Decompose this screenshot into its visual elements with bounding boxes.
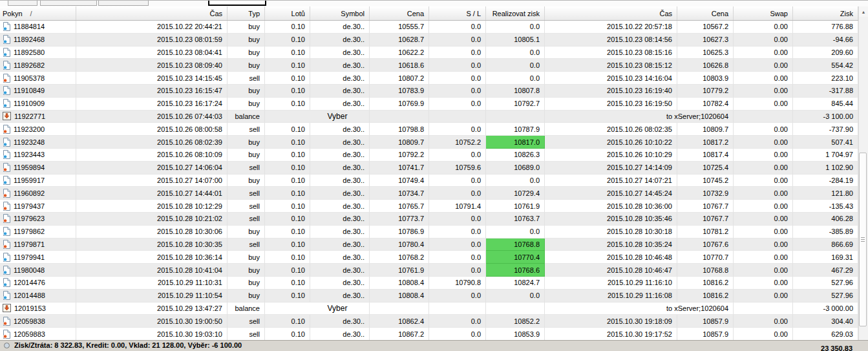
trade-row[interactable]: 119108492015.10.23 16:15:47buy0.10de.30.… [0, 85, 858, 98]
cell-empty [370, 111, 429, 123]
cell-close_price: 10816.2 [677, 277, 734, 290]
scrollbar-thumb[interactable] [859, 153, 867, 326]
trade-row[interactable]: 118848142015.10.22 20:44:21buy0.10de.30.… [0, 21, 858, 34]
trade-row[interactable]: 118924682015.10.23 08:01:59buy0.10de.30.… [0, 34, 858, 47]
trade-row[interactable]: 119232002015.10.26 08:00:58sell0.10de.30… [0, 123, 858, 136]
trade-row[interactable]: 118925802015.10.23 08:04:41buy0.10de.30.… [0, 47, 858, 59]
trade-row[interactable]: 119800482015.10.28 10:41:04buy0.10de.30.… [0, 264, 858, 277]
trade-row[interactable]: 119799412015.10.28 10:36:14buy0.10de.30.… [0, 251, 858, 264]
column-header-tp[interactable]: Realizovat zisk [486, 6, 545, 20]
cell-sl: 0.0 [429, 21, 486, 34]
trade-row[interactable]: 119234432015.10.26 08:10:09buy0.10de.30.… [0, 149, 858, 162]
trade-row[interactable]: 119599172015.10.27 14:07:00buy0.10de.30.… [0, 175, 858, 187]
column-header-label: Čas [209, 10, 222, 17]
trade-row[interactable]: 119109092015.10.23 16:17:24buy0.10de.30.… [0, 98, 858, 111]
balance-row[interactable]: 119227712015.10.26 07:44:03balanceVybert… [0, 111, 858, 123]
cell-type_label: buy [228, 226, 265, 239]
scroll-up-button[interactable]: ▲ [859, 6, 868, 17]
cell-profit: 629.03 [793, 328, 858, 341]
cell-lots: 0.10 [265, 315, 310, 328]
cell-swap: 0.00 [734, 290, 793, 303]
order-number: 11905378 [14, 74, 45, 82]
cell-swap: 0.00 [734, 328, 793, 341]
cell-sl: 10791.4 [429, 200, 486, 213]
trade-row[interactable]: 119608922015.10.27 14:44:01sell0.10de.30… [0, 187, 858, 200]
order-number: 11923443 [14, 151, 45, 158]
cell-symbol: de.30.. [310, 226, 370, 239]
cell-symbol: de.30.. [310, 175, 370, 187]
balance-row[interactable]: 120191532015.10.29 13:47:27balanceVybert… [0, 303, 858, 315]
trade-row[interactable]: 120598832015.10.30 19:03:10sell0.10de.30… [0, 328, 858, 341]
cell-lots: 0.10 [265, 136, 310, 149]
doc-buy-icon [3, 86, 10, 95]
column-header-close_price[interactable]: Cena [677, 6, 734, 20]
cell-swap: 0.00 [734, 277, 793, 290]
cell-tp: 10824.7 [486, 277, 545, 290]
cell-tp: 0.0 [486, 175, 545, 187]
trade-row[interactable]: 119798622015.10.28 10:30:06buy0.10de.30.… [0, 226, 858, 239]
doc-buy-icon [3, 61, 10, 70]
cell-swap: 0.00 [734, 123, 793, 136]
column-header-close_time[interactable]: Čas [545, 6, 677, 20]
cell-order: 11922771 [0, 111, 76, 123]
cell-close_price: 10767.7 [677, 213, 734, 226]
cell-lots: 0.10 [265, 21, 310, 34]
cell-order: 11979437 [0, 200, 76, 213]
cell-symbol: de.30.. [310, 315, 370, 328]
column-header-open_time[interactable]: Čas [76, 6, 228, 20]
cell-swap: 0.00 [734, 239, 793, 251]
trade-row[interactable]: 119232482015.10.26 08:02:39buy0.10de.30.… [0, 136, 858, 149]
cell-close_time: 2015.10.23 16:19:40 [545, 85, 677, 98]
cell-order: 12059838 [0, 315, 76, 328]
trade-row[interactable]: 119798712015.10.28 10:30:35sell0.10de.30… [0, 239, 858, 251]
order-number: 11892580 [14, 48, 45, 56]
order-number: 11923200 [14, 125, 45, 133]
order-number: 11979862 [14, 228, 45, 235]
cell-tp: 10817.0 [486, 136, 545, 149]
cell-sl: 0.0 [429, 315, 486, 328]
column-header-symbol[interactable]: Symbol [310, 6, 370, 20]
cell-close_price: 10857.9 [677, 315, 734, 328]
trade-row[interactable]: 120144882015.10.29 11:10:54buy0.10de.30.… [0, 290, 858, 303]
table-header: Pokyn/ČasTypLotůSymbolCenaS / LRealizova… [0, 6, 858, 21]
cell-symbol: de.30.. [310, 98, 370, 111]
cell-close_price: 10817.4 [677, 149, 734, 162]
trade-row[interactable]: 118926822015.10.23 08:09:40buy0.10de.30.… [0, 59, 858, 72]
column-header-order[interactable]: Pokyn/ [0, 6, 76, 20]
trade-row[interactable]: 119794372015.10.28 10:12:29sell0.10de.30… [0, 200, 858, 213]
column-header-open_price[interactable]: Cena [370, 6, 429, 20]
column-header-profit[interactable]: Zisk [793, 6, 858, 20]
cell-open_time: 2015.10.28 10:30:06 [76, 226, 228, 239]
cell-sl: 0.0 [429, 251, 486, 264]
trade-row[interactable]: 120598382015.10.30 19:00:50sell0.10de.30… [0, 315, 858, 328]
cell-balance-label: Vyber [265, 303, 370, 315]
trade-row[interactable]: 119053782015.10.23 14:15:45sell0.10de.30… [0, 72, 858, 85]
cell-symbol: de.30.. [310, 34, 370, 47]
cell-open_price: 10628.7 [370, 34, 429, 47]
column-header-lots[interactable]: Lotů [265, 6, 310, 20]
order-number: 11884814 [14, 23, 45, 30]
cell-sl: 0.0 [429, 98, 486, 111]
cell-swap: 0.00 [734, 264, 793, 277]
trade-row[interactable]: 119796232015.10.28 10:21:02sell0.10de.30… [0, 213, 858, 226]
cell-swap: 0.00 [734, 187, 793, 200]
cell-symbol: de.30.. [310, 328, 370, 341]
cell-swap: 0.00 [734, 200, 793, 213]
trade-row[interactable]: 120144762015.10.29 11:10:31buy0.10de.30.… [0, 277, 858, 290]
vertical-scrollbar[interactable]: ▲ [858, 6, 868, 340]
toolbar-fragment [8, 0, 37, 6]
cell-swap: 0.00 [734, 175, 793, 187]
column-header-sl[interactable]: S / L [429, 6, 486, 20]
cell-close_time: 2015.10.28 10:35:46 [545, 213, 677, 226]
cell-open_time: 2015.10.27 14:44:01 [76, 187, 228, 200]
doc-sell-icon [3, 74, 10, 83]
column-header-swap[interactable]: Swap [734, 6, 793, 20]
cell-profit: -317.88 [793, 85, 858, 98]
column-header-type_label[interactable]: Typ [228, 6, 265, 20]
trade-row[interactable]: 119598942015.10.27 14:06:04sell0.10de.30… [0, 162, 858, 175]
cell-order: 11892580 [0, 47, 76, 59]
cell-lots: 0.10 [265, 85, 310, 98]
cell-open_price: 10741.7 [370, 162, 429, 175]
cell-lots: 0.10 [265, 264, 310, 277]
summary-text: Zisk/Ztráta: 8 322.83, Kredit: 0.00, Vkl… [14, 341, 242, 349]
